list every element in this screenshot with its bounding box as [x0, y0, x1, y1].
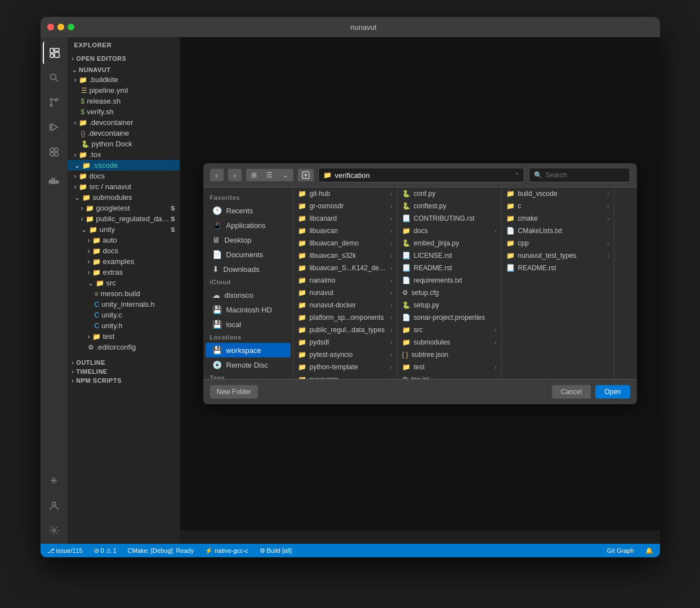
pythondock-file[interactable]: 🐍 python Dock	[68, 138, 180, 149]
dialog-view-dropdown-button[interactable]: ⌄	[278, 169, 293, 181]
dixonsco-item[interactable]: ☁ dixonsco	[206, 288, 291, 302]
src-nunavut-folder[interactable]: › 📁 src / nanavut	[68, 181, 180, 192]
col2-requirements[interactable]: 📄 requirements.txt	[398, 274, 501, 287]
outline-section[interactable]: › Outline	[68, 358, 180, 367]
open-button[interactable]: Open	[595, 385, 630, 399]
git-graph-status[interactable]: Git Graph	[605, 544, 636, 557]
col2-readme[interactable]: 📃 README.rst	[398, 262, 501, 274]
native-gcc-status[interactable]: ⚡ native-gcc-c	[203, 544, 250, 557]
account-activity-icon[interactable]	[43, 494, 65, 517]
recents-item[interactable]: 🕐 Recents	[206, 203, 291, 218]
col1-item-libuavcan-k142[interactable]: 📁 libuavcan_S...K142_demo ›	[293, 262, 397, 274]
build-status[interactable]: ⚙ Build [all]	[257, 544, 295, 557]
col2-tox-ini[interactable]: ⚙ tox.ini	[398, 373, 501, 379]
buildkite-folder[interactable]: › 📁 .buildkite	[68, 74, 180, 85]
applications-item[interactable]: 📱 Applications	[206, 218, 291, 233]
extras-folder[interactable]: › 📁 extras	[68, 267, 180, 278]
minimize-button[interactable]	[57, 24, 64, 30]
col3-build-vscode[interactable]: 📁 build_vscode ›	[502, 187, 614, 200]
auto-folder[interactable]: › 📁 auto	[68, 235, 180, 245]
macintosh-hd-item[interactable]: 💾 Macintosh HD	[206, 302, 291, 317]
docker-activity-icon[interactable]	[43, 170, 65, 193]
explorer-activity-icon[interactable]	[43, 42, 65, 64]
col2-embed-jinja[interactable]: 🐍 embed_jinja.py	[398, 237, 501, 249]
col3-cmake[interactable]: 📁 cmake ›	[502, 212, 614, 225]
dialog-list-view-button[interactable]: ☰	[262, 169, 278, 181]
col1-item-platform-sp[interactable]: 📁 platform_sp...omponents ›	[293, 311, 397, 324]
editorconfig-file[interactable]: ⚙ .editorconfig	[68, 342, 180, 352]
col2-confpy[interactable]: 🐍 conf.py	[398, 187, 501, 200]
errors-status[interactable]: ⊘ 0 ⚠ 1	[92, 544, 119, 557]
new-folder-button[interactable]: New Folder	[210, 385, 258, 399]
col2-contributing[interactable]: 📃 CONTRIBUTING.rst	[398, 212, 501, 225]
local-item[interactable]: 💾 local	[206, 317, 291, 332]
col3-readme[interactable]: 📃 README.rst	[502, 262, 614, 274]
col2-setup-cfg[interactable]: ⚙ setup.cfg	[398, 287, 501, 299]
col2-subtree-json[interactable]: { } subtree.json	[398, 348, 501, 361]
test-unity-folder[interactable]: › 📁 test	[68, 331, 180, 342]
col1-item-nanaimo[interactable]: 📁 nanaimo ›	[293, 274, 397, 287]
cmake-status[interactable]: CMake: [Debug]: Ready	[126, 544, 196, 557]
extensions-activity-icon[interactable]	[43, 141, 65, 163]
col1-item-libuavcan[interactable]: 📁 libuavcan ›	[293, 225, 397, 237]
release-file[interactable]: $ release.sh	[68, 96, 180, 106]
src-unity-folder[interactable]: ⌄ 📁 src	[68, 278, 180, 288]
col2-submodules[interactable]: 📁 submodules ›	[398, 336, 501, 348]
col3-nunavut-test-types[interactable]: 📁 nunavut_test_types ›	[502, 249, 614, 262]
docs-folder[interactable]: › 📁 docs	[68, 171, 180, 181]
remote-disc-item[interactable]: 💿 Remote Disc	[206, 357, 291, 372]
col1-item-pyuavcan[interactable]: 📁 pyuavcan ›	[293, 373, 397, 379]
col1-item-grosmosdr[interactable]: 📁 gr-osmosdr ›	[293, 200, 397, 212]
examples-folder[interactable]: › 📁 examples	[68, 256, 180, 267]
unity-h-file[interactable]: C unity.h	[68, 320, 180, 331]
col2-conftestpy[interactable]: 🐍 conftest.py	[398, 200, 501, 212]
unity-folder[interactable]: ⌄ 📁 unity S	[68, 224, 180, 235]
vscode-folder[interactable]: ⌄ 📁 .vscode	[68, 160, 180, 171]
col1-item-github[interactable]: 📁 git-hub ›	[293, 187, 397, 200]
devcontainer-dir[interactable]: {} .devcontaine	[68, 128, 180, 138]
col1-item-public-regul[interactable]: 📁 public_regul...data_types ›	[293, 324, 397, 336]
dialog-search[interactable]: 🔍	[529, 168, 630, 182]
col1-item-libcanard[interactable]: 📁 libcanard ›	[293, 212, 397, 225]
submodules-folder[interactable]: ⌄ 📁 submodules	[68, 192, 180, 203]
close-button[interactable]	[47, 24, 54, 30]
desktop-item[interactable]: 🖥 Desktop	[206, 233, 291, 247]
branch-status[interactable]: ⎇ issue/115	[45, 544, 85, 557]
col3-cpp[interactable]: 📁 cpp ›	[502, 237, 614, 249]
col1-item-pydsdl[interactable]: 📁 pydsdl ›	[293, 336, 397, 348]
col2-docs[interactable]: 📁 docs ›	[398, 225, 501, 237]
public-regulated-folder[interactable]: › 📁 public_regulated_data_types S	[68, 213, 180, 224]
dialog-grid-view-button[interactable]: ⊞	[246, 169, 262, 181]
downloads-item[interactable]: ⬇ Downloads	[206, 262, 291, 276]
settings-activity-icon[interactable]	[43, 519, 65, 542]
unity-internals-file[interactable]: C unity_internals.h	[68, 299, 180, 310]
maximize-button[interactable]	[68, 24, 74, 30]
search-activity-icon[interactable]	[43, 66, 65, 89]
devcontainer-folder[interactable]: › 📁 .devcontainer	[68, 117, 180, 128]
asterisk-activity-icon[interactable]: ✳	[43, 470, 65, 492]
col1-item-nunavut-docker[interactable]: 📁 nunavut-docker ›	[293, 299, 397, 311]
docs-sub-folder[interactable]: › 📁 docs	[68, 245, 180, 256]
dialog-location[interactable]: 📁 verification ⌃	[318, 168, 524, 182]
col1-item-pytest-asyncio[interactable]: 📁 pytest-asyncio ›	[293, 348, 397, 361]
source-control-activity-icon[interactable]	[43, 91, 65, 114]
timeline-section[interactable]: › Timeline	[68, 367, 180, 376]
col2-sonar[interactable]: 📄 sonar-project.properties	[398, 311, 501, 324]
col3-c[interactable]: 📁 c ›	[502, 200, 614, 212]
col2-license[interactable]: 📃 LICENSE.rst	[398, 249, 501, 262]
nunavut-section[interactable]: ⌄ Nunavut	[68, 65, 180, 74]
col1-item-libuavcan-s32k[interactable]: 📁 libuavcan_s32k ›	[293, 249, 397, 262]
cancel-button[interactable]: Cancel	[552, 385, 591, 399]
dialog-forward-button[interactable]: ›	[228, 169, 242, 181]
unity-c-file[interactable]: C unity.c	[68, 310, 180, 320]
dialog-back-button[interactable]: ‹	[210, 169, 224, 181]
verify-file[interactable]: $ verify.sh	[68, 106, 180, 117]
col1-item-libuavcan-demo[interactable]: 📁 libuavcan_demo ›	[293, 237, 397, 249]
pipeline-file[interactable]: ☰ pipeline.yml	[68, 85, 180, 96]
col1-item-nunavut[interactable]: 📁 nunavut ›	[293, 287, 397, 299]
col1-item-python-template[interactable]: 📁 python-template ›	[293, 361, 397, 373]
open-editors-section[interactable]: › Open Editors	[68, 54, 180, 63]
dialog-search-input[interactable]	[546, 171, 630, 179]
documents-item[interactable]: 📄 Documents	[206, 247, 291, 262]
googletest-folder[interactable]: › 📁 googletest S	[68, 203, 180, 213]
